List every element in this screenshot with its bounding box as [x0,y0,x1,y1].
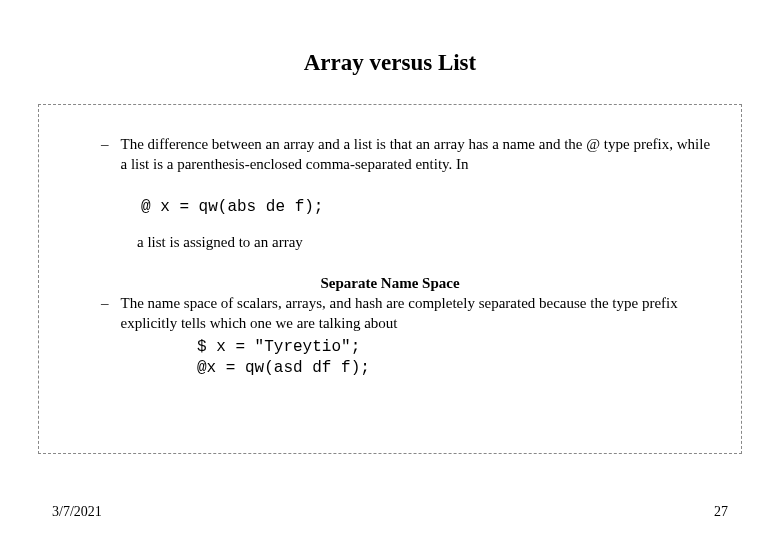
content-box: – The difference between an array and a … [38,104,742,454]
slide-title: Array versus List [38,50,742,76]
bullet-item-2: – The name space of scalars, arrays, and… [69,294,711,333]
sub-text-1: a list is assigned to an array [137,234,711,251]
code-block-1: @ x = qw(abs de f); [141,198,711,216]
bullet-text: The difference between an array and a li… [121,135,712,174]
slide: Array versus List – The difference betwe… [0,0,780,540]
footer: 3/7/2021 27 [0,504,780,520]
bullet-text: The name space of scalars, arrays, and h… [121,294,712,333]
code-line-1: $ x = "Tyreytio"; [197,337,711,358]
bullet-item-1: – The difference between an array and a … [69,135,711,174]
footer-date: 3/7/2021 [52,504,102,520]
subheading: Separate Name Space [69,275,711,292]
code-line-2: @x = qw(asd df f); [197,358,711,379]
footer-page: 27 [714,504,728,520]
bullet-dash: – [69,135,121,174]
bullet-dash: – [69,294,121,333]
